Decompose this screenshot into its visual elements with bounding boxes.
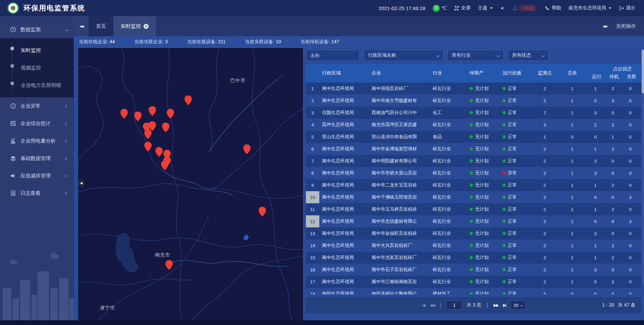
row-run: 2 <box>586 122 604 127</box>
table-row[interactable]: 16 阆中生态环境局 阆中市石子页岩机砖厂 砖瓦行业 无计划 正常 2 1 3 … <box>306 264 641 276</box>
map-pin-icon[interactable] <box>144 129 152 139</box>
sidebar-group[interactable]: 企业综合统计 <box>0 115 74 132</box>
status-dot-green <box>470 147 473 151</box>
table-row[interactable]: 13 阆中生态环境局 阆中市金福旺页岩机砖 砖瓦行业 无计划 正常 2 1 3 … <box>306 227 641 239</box>
mute-button[interactable] <box>500 6 505 11</box>
sidebar-subitem[interactable]: 视频监控 <box>0 59 74 76</box>
top-header: 环保用电监管系统 2021-02-25 17:46:18 0 ℃ 全屏 主题 2… <box>0 0 644 16</box>
map-pin-icon[interactable] <box>161 160 168 170</box>
theme-dropdown[interactable]: 主题 <box>478 5 493 11</box>
table-row[interactable]: 8 阆中生态环境局 阆中市枣碧大梁山页岩 砖瓦行业 无计划 异常 2 1 3 0… <box>306 167 641 179</box>
map-pin-icon[interactable] <box>243 144 251 154</box>
sidebar-subitem[interactable]: 实时监控 <box>0 42 74 59</box>
table-row[interactable]: 10 阆中生态环境局 阆中千佛镇五郎垭页岩 砖瓦行业 无计划 正常 2 1 0 … <box>306 191 641 203</box>
map-pin-icon[interactable] <box>144 142 152 152</box>
table-row[interactable]: 12 阆中生态环境局 阆中市忠信建材有限公 砖瓦行业 无计划 正常 2 1 0 … <box>306 215 641 227</box>
table-row[interactable]: 2 阆中生态环境局 阆中市南方节能建材有 砖瓦行业 无计划 正常 2 1 0 3… <box>306 95 641 107</box>
sidebar-group[interactable]: 应急减排管理 <box>0 167 74 184</box>
table-row[interactable]: 17 阆中生态环境局 阆中市江南镇阆南页岩 砖瓦行业 无计划 正常 2 1 0 … <box>306 276 641 288</box>
org-dropdown[interactable]: 南充市生态环境局 <box>569 5 611 11</box>
help-button[interactable]: 帮助 <box>545 5 561 11</box>
sidebar-group[interactable]: 日志查看 <box>0 184 74 202</box>
sidebar-subitem[interactable]: 企业电力负荷明细 <box>0 76 74 94</box>
map-pin-icon[interactable] <box>259 207 266 217</box>
map-pin-icon[interactable] <box>184 95 192 105</box>
status-dot-green <box>470 135 473 139</box>
col-monitor: 监测点 <box>531 64 558 83</box>
tab[interactable]: 首页 ✕ <box>89 16 113 36</box>
row-meter: 1 <box>558 195 586 200</box>
scrollbar-thumb[interactable] <box>642 50 644 93</box>
tab-close-icon[interactable]: ✕ <box>144 24 149 29</box>
map-pin-icon[interactable] <box>162 122 169 132</box>
table-row[interactable]: 3 仪陇生态环境局 西南油气田分公司川中 化工 无计划 正常 7 1 3 5 0 <box>306 107 641 119</box>
table-row[interactable]: 14 阆中生态环境局 阆中大兴页岩机砖厂 砖瓦行业 无计划 正常 2 1 1 2… <box>306 239 641 252</box>
tabs-scroll-right-button[interactable]: ▶▶ <box>603 24 607 29</box>
row-stop: 无计划 <box>467 146 500 152</box>
close-operations-button[interactable]: 关闭操作 <box>616 23 636 30</box>
row-monitor: 2 <box>531 219 558 224</box>
map-pin-icon[interactable] <box>149 106 156 116</box>
row-company: 阆中市光富页岩机砖厂 <box>369 255 430 261</box>
sidebar-subitem-label: 实时监控 <box>21 47 41 54</box>
sidebar-group-label: 日志查看 <box>20 190 41 197</box>
status-dot-green <box>470 244 473 247</box>
chevron-icon <box>65 28 68 31</box>
col-point-status-group: 点位状态 <box>612 66 631 72</box>
notifications-button[interactable]: 2632 <box>513 5 537 11</box>
fullscreen-button[interactable]: 全屏 <box>454 5 471 11</box>
row-stop: 无计划 <box>467 255 500 261</box>
map-pin-icon[interactable] <box>155 147 163 157</box>
map-pin-icon[interactable] <box>120 109 128 119</box>
row-meter: 1 <box>558 159 586 164</box>
table-row[interactable]: 5 营山生态环境局 营山县润丰肉食品有限 食品 无计划 正常 1 0 0 1 0 <box>306 131 641 143</box>
tabs-scroll-left-button[interactable]: ◀◀ <box>74 16 89 36</box>
table-row[interactable]: 4 高坪生态环境局 南充市高坪区王家店建 砖瓦行业 无计划 正常 3 1 2 2… <box>306 119 641 131</box>
page-size-select[interactable]: 20 <box>511 301 525 310</box>
map-pin-icon[interactable] <box>167 109 174 119</box>
sidebar-subitem-label: 视频监控 <box>21 65 41 71</box>
tab[interactable]: 实时监控 ✕ <box>113 16 156 36</box>
region-filter-select[interactable]: 行政区域名称 <box>364 50 443 61</box>
table-scrollbar[interactable] <box>642 50 644 283</box>
first-page-button[interactable]: |◀ <box>422 303 425 308</box>
sidebar-group[interactable]: 企业异常 <box>0 97 74 115</box>
prev-page-button[interactable]: ◀◀ <box>430 303 434 308</box>
name-filter[interactable] <box>306 50 360 61</box>
stats-bar: 当前在线企业:44 当前失联企业:3 当前在线设备:211 当前失联设备:10 … <box>74 36 644 48</box>
industry-filter-select[interactable]: 所有行业 <box>447 50 504 61</box>
map-pin-icon[interactable] <box>134 111 142 121</box>
table-row[interactable]: 6 阆中生态环境局 阆中市金博瑞新型墙材 砖瓦行业 无计划 正常 2 1 1 2… <box>306 143 641 155</box>
table-row[interactable]: 9 阆中生态环境局 阆中市二龙长宝页岩砖 砖瓦行业 无计划 正常 2 1 1 2… <box>306 179 641 191</box>
table-row[interactable]: 1 阆中生态环境局 阆中强锐页岩砖厂 砖瓦行业 无计划 正常 2 1 1 2 0 <box>306 83 641 95</box>
stat-label: 当前在线企业: <box>79 39 108 44</box>
layers-icon <box>10 155 16 161</box>
row-region: 营山生态环境局 <box>319 134 369 140</box>
name-filter-input[interactable] <box>310 53 355 58</box>
status-filter-select[interactable]: 所有状态 <box>508 50 549 61</box>
logout-button[interactable]: 退出 <box>619 5 635 11</box>
row-region: 阆中生态环境局 <box>319 255 369 261</box>
map-panel[interactable]: 巴中市南充市遂宁市 ◀ <box>78 48 303 320</box>
temperature-badge: 0 <box>433 5 440 12</box>
table-row[interactable]: 18 南部生态环境局 南部县砚仙土陶有限公 建材加工 无计划 正常 5 0 0 … <box>306 288 641 294</box>
last-page-button[interactable]: ▶| <box>503 303 506 308</box>
row-monitor: 2 <box>531 231 558 236</box>
table-row[interactable]: 7 阆中生态环境局 阆中明阳建材有限公司 砖瓦行业 无计划 正常 2 1 3 0… <box>306 155 641 167</box>
next-page-button[interactable]: ▶▶ <box>493 303 498 308</box>
stat-item: 当前在线企业:44 <box>79 39 115 45</box>
row-treat: 正常 <box>500 291 531 294</box>
sidebar-group[interactable]: 基础数据管理 <box>0 150 74 167</box>
table-row[interactable]: 11 阆中生态环境局 阆中市五马桥页岩机砖 砖瓦行业 无计划 正常 2 1 1 … <box>306 203 641 215</box>
status-dot-green <box>470 183 473 187</box>
row-run: 1 <box>586 243 604 248</box>
sidebar-group[interactable]: 企业用电量分析 <box>0 132 74 150</box>
row-meter: 1 <box>558 171 586 176</box>
page-number-input[interactable] <box>446 301 462 310</box>
map-pin-icon[interactable] <box>165 260 173 270</box>
row-index: 17 <box>306 276 319 288</box>
sidebar-group[interactable]: 数据监测 <box>0 21 74 38</box>
tab-label: 实时监控 <box>121 23 141 30</box>
temperature-unit: ℃ <box>441 5 447 11</box>
table-row[interactable]: 15 阆中生态环境局 阆中市光富页岩机砖厂 砖瓦行业 无计划 正常 2 1 1 … <box>306 252 641 264</box>
